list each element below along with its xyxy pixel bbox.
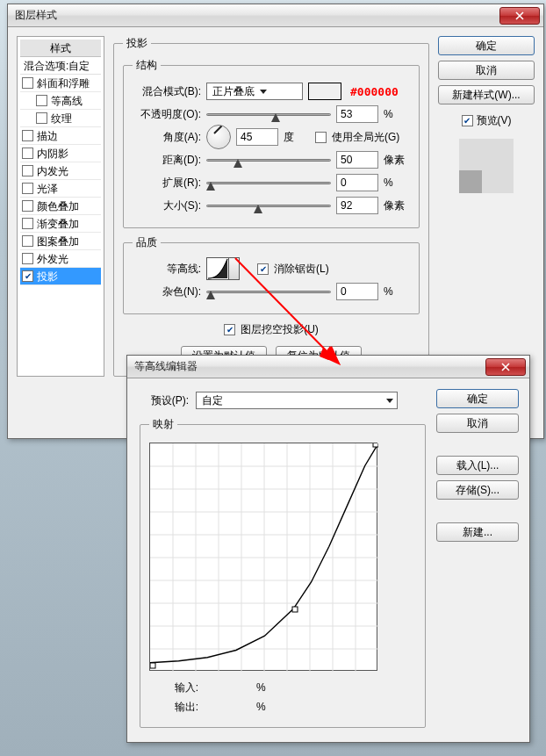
mapping-group: 映射 输入: % [140, 417, 426, 728]
checkbox-icon[interactable] [36, 95, 47, 106]
opacity-label: 不透明度(O): [133, 107, 201, 122]
sidebar-item-label: 描边 [37, 127, 58, 145]
preview-checkbox[interactable]: ✔ [462, 115, 473, 126]
sidebar-item-innerglow[interactable]: 内发光 [20, 162, 101, 180]
color-annotation: #000000 [350, 85, 399, 98]
close-button[interactable] [499, 7, 540, 25]
contour-label: 等高线: [133, 262, 201, 277]
distance-unit: 像素 [384, 153, 410, 168]
knockout-checkbox[interactable]: ✔ [224, 324, 235, 335]
size-slider[interactable] [206, 198, 331, 213]
output-label: 输出: [149, 700, 198, 715]
sidebar-item-label: 颜色叠加 [37, 198, 79, 215]
blend-mode-combo[interactable]: 正片叠底 [206, 83, 303, 100]
ok-button[interactable]: 确定 [436, 389, 519, 408]
checkbox-icon[interactable] [22, 183, 33, 194]
checkbox-icon[interactable] [22, 77, 33, 89]
svg-rect-20 [373, 443, 378, 447]
sidebar-header[interactable]: 样式 [20, 40, 101, 57]
noise-label: 杂色(N): [133, 284, 201, 299]
sidebar-item-label: 渐变叠加 [37, 215, 79, 233]
angle-input[interactable]: 45 [236, 128, 278, 146]
sidebar-item-label: 投影 [37, 268, 58, 285]
spread-input[interactable]: 0 [336, 174, 378, 191]
sidebar-item-outerglow[interactable]: 外发光 [20, 250, 101, 268]
checkbox-icon[interactable] [22, 148, 33, 159]
spread-slider[interactable] [206, 175, 331, 191]
chevron-down-icon [386, 399, 393, 403]
sidebar-item-label: 内发光 [37, 162, 68, 180]
checkbox-icon[interactable] [36, 112, 47, 124]
contour-curve-canvas[interactable] [149, 443, 377, 671]
sidebar-item-contour[interactable]: 等高线 [20, 92, 101, 110]
knockout-label: 图层挖空投影(U) [241, 322, 319, 337]
sidebar-item-dropshadow[interactable]: ✔投影 [20, 268, 101, 285]
spread-label: 扩展(R): [133, 176, 201, 191]
contour-editor-actions: 确定 取消 载入(L)... 存储(S)... 新建... [436, 389, 517, 728]
color-swatch[interactable] [308, 83, 341, 100]
spread-unit: % [384, 176, 410, 189]
opacity-input[interactable]: 53 [336, 105, 378, 123]
save-button[interactable]: 存储(S)... [436, 480, 519, 500]
new-style-button[interactable]: 新建样式(W)... [438, 85, 535, 104]
titlebar[interactable]: 等高线编辑器 [127, 356, 529, 378]
checkbox-icon[interactable] [22, 200, 33, 212]
cancel-button[interactable]: 取消 [436, 414, 519, 433]
svg-rect-19 [292, 607, 298, 612]
new-button[interactable]: 新建... [436, 522, 519, 542]
sidebar-item-patternoverlay[interactable]: 图案叠加 [20, 233, 101, 250]
antialias-checkbox[interactable]: ✔ [257, 263, 269, 275]
checkbox-icon[interactable] [22, 165, 33, 176]
angle-unit: 度 [284, 130, 310, 145]
titlebar[interactable]: 图层样式 [8, 4, 543, 27]
contour-editor-left: 预设(P): 自定 映射 [140, 389, 426, 728]
angle-label: 角度(A): [133, 130, 201, 145]
quality-group: 品质 等高线: ✔ 消除锯齿(L) [123, 235, 420, 314]
sidebar-item-satin[interactable]: 光泽 [20, 180, 101, 198]
structure-legend: 结构 [133, 58, 161, 73]
sidebar-item-label: 光泽 [37, 180, 58, 198]
sidebar-item-label: 纹理 [51, 110, 72, 127]
checkbox-icon[interactable] [22, 253, 33, 264]
structure-group: 结构 混合模式(B): 正片叠底 #000000 不透明度(O): 53 [123, 58, 420, 228]
size-input[interactable]: 92 [336, 197, 378, 214]
preset-combo[interactable]: 自定 [196, 392, 398, 409]
contour-dropdown-button[interactable] [229, 257, 240, 280]
checkbox-icon[interactable]: ✔ [22, 270, 33, 282]
cancel-button[interactable]: 取消 [438, 61, 535, 80]
opacity-slider[interactable] [206, 106, 331, 122]
contour-picker[interactable] [206, 257, 240, 280]
sidebar-item-innershadow[interactable]: 内阴影 [20, 145, 101, 162]
contour-editor-dialog: 等高线编辑器 预设(P): 自定 映射 [126, 355, 530, 743]
dialog-title: 等高线编辑器 [134, 359, 198, 374]
sidebar-item-label: 外发光 [37, 250, 68, 268]
sidebar-item-texture[interactable]: 纹理 [20, 110, 101, 127]
input-unit: % [256, 681, 266, 694]
antialias-label: 消除锯齿(L) [274, 262, 329, 277]
sidebar-item-label: 等高线 [51, 92, 83, 110]
sidebar-item-bevel[interactable]: 斜面和浮雕 [20, 75, 101, 92]
close-button[interactable] [485, 358, 526, 376]
noise-input[interactable]: 0 [336, 283, 378, 300]
drop-shadow-group: 投影 结构 混合模式(B): 正片叠底 #000000 不透明度(O): [113, 36, 429, 377]
noise-slider[interactable] [206, 284, 331, 299]
opacity-unit: % [384, 108, 410, 120]
distance-input[interactable]: 50 [336, 151, 378, 169]
checkbox-icon[interactable] [22, 235, 33, 247]
angle-dial[interactable] [206, 125, 231, 149]
sidebar-blend-options[interactable]: 混合选项:自定 [20, 57, 101, 75]
group-legend: 投影 [123, 36, 151, 51]
checkbox-icon[interactable] [22, 218, 33, 229]
input-label: 输入: [149, 680, 198, 695]
sidebar-item-label: 图案叠加 [37, 233, 79, 250]
preset-value: 自定 [202, 393, 223, 408]
load-button[interactable]: 载入(L)... [436, 456, 519, 475]
checkbox-icon[interactable] [22, 130, 33, 141]
ok-button[interactable]: 确定 [438, 36, 535, 55]
sidebar-item-coloroverlay[interactable]: 颜色叠加 [20, 198, 101, 215]
sidebar-item-gradientoverlay[interactable]: 渐变叠加 [20, 215, 101, 233]
global-light-checkbox[interactable] [315, 132, 327, 143]
size-label: 大小(S): [133, 198, 201, 213]
sidebar-item-stroke[interactable]: 描边 [20, 127, 101, 145]
distance-slider[interactable] [206, 152, 331, 168]
